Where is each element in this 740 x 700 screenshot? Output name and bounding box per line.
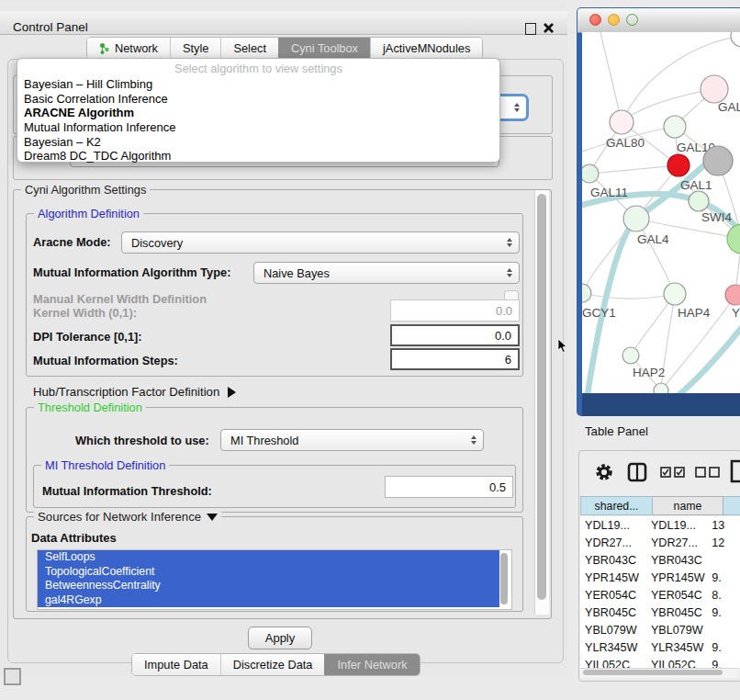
attribute-item-selected[interactable]: SelfLoops xyxy=(38,550,499,565)
table-cell[interactable]: YLR345W xyxy=(645,638,707,656)
which-threshold-combobox[interactable]: MI Threshold xyxy=(220,429,484,451)
close-icon[interactable] xyxy=(543,22,555,34)
network-node[interactable] xyxy=(703,146,733,175)
table-row[interactable]: YLR345WYLR345W9. xyxy=(580,638,740,656)
hub-definition-toggle[interactable]: Hub/Transcription Factor Definition xyxy=(33,385,236,399)
network-edge[interactable] xyxy=(600,32,622,122)
column-header-shared[interactable]: shared... xyxy=(580,496,653,515)
list-scrollbar-thumb[interactable] xyxy=(500,553,508,604)
network-node[interactable] xyxy=(727,224,740,254)
maximize-traffic-light[interactable] xyxy=(626,14,638,26)
table-cell[interactable]: YPR145W xyxy=(645,569,707,586)
table-cell[interactable]: YDL19... xyxy=(645,516,707,534)
tab-network[interactable]: Network xyxy=(87,38,170,59)
attribute-item-selected[interactable]: TopologicalCoefficient xyxy=(38,565,499,580)
table-cell[interactable]: 9. xyxy=(707,604,740,621)
table-cell[interactable]: YPR145W xyxy=(580,569,645,586)
table-cell[interactable]: 8. xyxy=(707,586,740,604)
network-edge[interactable] xyxy=(622,89,714,122)
table-cell[interactable]: 9. xyxy=(707,638,740,656)
column-header-cut[interactable] xyxy=(723,496,740,515)
checked-checkboxes-icon[interactable] xyxy=(660,467,686,478)
table-cell[interactable]: YDR27... xyxy=(645,534,707,551)
algorithm-option-selected[interactable]: ARACNE Algorithm xyxy=(17,106,499,120)
dpi-tolerance-field[interactable]: 0.0 xyxy=(390,324,520,346)
table-row[interactable]: YER054CYER054C8. xyxy=(580,586,740,604)
network-node-gal11[interactable] xyxy=(582,164,599,183)
table-cell[interactable]: 9. xyxy=(707,569,740,586)
table-cell[interactable]: YBR043C xyxy=(580,551,645,569)
document-icon[interactable] xyxy=(729,458,740,484)
network-node-gal4[interactable] xyxy=(623,206,649,231)
table-cell[interactable]: 12 xyxy=(707,534,740,551)
algorithm-option[interactable]: Mutual Information Inference xyxy=(17,120,499,135)
aracne-mode-combobox[interactable]: Discovery xyxy=(121,231,520,254)
tab-cyni-toolbox[interactable]: Cyni Toolbox xyxy=(278,38,370,59)
table-row[interactable]: YPR145WYPR145W9. xyxy=(580,569,740,586)
table-cell[interactable]: 13 xyxy=(707,516,740,534)
table-cell[interactable]: YIL052C xyxy=(645,656,707,668)
table-cell[interactable]: YBL079W xyxy=(580,621,645,638)
network-node[interactable] xyxy=(654,383,668,393)
tab-discretize-data[interactable]: Discretize Data xyxy=(220,654,325,675)
network-window-titlebar[interactable] xyxy=(577,8,740,33)
network-node-gal[interactable] xyxy=(701,75,728,103)
network-node-gcy1[interactable] xyxy=(582,284,591,302)
float-window-icon[interactable] xyxy=(525,23,536,35)
data-attributes-list[interactable]: SelfLoops TopologicalCoefficient Between… xyxy=(37,549,512,610)
network-node[interactable] xyxy=(731,32,740,47)
table-cell[interactable] xyxy=(707,621,740,638)
apply-button[interactable]: Apply xyxy=(248,627,312,649)
network-node-gal1[interactable] xyxy=(667,154,690,176)
tab-style[interactable]: Style xyxy=(170,38,220,59)
collapsed-panel-button[interactable] xyxy=(4,668,21,685)
table-cell[interactable]: YBR045C xyxy=(645,604,707,621)
gear-icon[interactable] xyxy=(594,462,614,482)
network-edge[interactable] xyxy=(582,293,675,299)
table-cell[interactable]: YBL079W xyxy=(645,621,707,638)
algorithm-option[interactable]: Basic Correlation Inference xyxy=(17,92,499,107)
table-cell[interactable]: YLR345W xyxy=(580,638,645,656)
mi-algorithm-type-combobox[interactable]: Naive Bayes xyxy=(253,262,520,284)
network-edge[interactable] xyxy=(589,165,678,174)
column-header-name[interactable]: name xyxy=(653,496,723,515)
minimize-traffic-light[interactable] xyxy=(608,14,620,26)
algorithm-option[interactable]: Dream8 DC_TDC Algorithm xyxy=(17,149,499,164)
table-cell[interactable]: 9. xyxy=(707,656,740,668)
kernel-width-field[interactable]: 0.0 xyxy=(390,299,520,322)
table-hscrollbar-thumb[interactable] xyxy=(583,670,723,675)
collapse-down-icon[interactable] xyxy=(207,514,218,521)
table-row[interactable]: YBR045CYBR045C9. xyxy=(580,604,740,621)
attribute-item-selected[interactable]: gal4RGexp xyxy=(38,593,499,608)
columns-icon[interactable] xyxy=(627,462,647,482)
network-node-hap2[interactable] xyxy=(622,347,639,364)
mi-threshold-field[interactable]: 0.5 xyxy=(385,476,513,498)
table-cell[interactable]: YER054C xyxy=(645,586,707,604)
table-cell[interactable]: YIL052C xyxy=(580,656,645,668)
tab-infer-network[interactable]: Infer Network xyxy=(324,654,419,675)
network-node-gal80[interactable] xyxy=(610,110,633,134)
mi-steps-field[interactable]: 6 xyxy=(390,348,520,370)
unchecked-checkboxes-icon[interactable] xyxy=(695,467,721,478)
network-node-hap4[interactable] xyxy=(664,283,686,305)
tab-select[interactable]: Select xyxy=(220,38,278,59)
table-row[interactable]: YBL079WYBL079W xyxy=(580,621,740,638)
settings-scrollbar-thumb[interactable] xyxy=(537,194,546,600)
tab-impute-data[interactable]: Impute Data xyxy=(132,654,220,675)
algorithm-option[interactable]: Bayesian – K2 xyxy=(17,135,499,150)
network-node-gal10[interactable] xyxy=(664,116,686,138)
attribute-item-selected[interactable]: BetweennessCentrality xyxy=(38,579,499,593)
network-node-swi4[interactable] xyxy=(689,191,709,211)
table-cell[interactable]: YDL19... xyxy=(580,516,645,534)
network-canvas[interactable]: GALGAL80GAL10GAL1GAL11SWI4GAL4GCY1HAP4YH… xyxy=(582,32,740,393)
table-row[interactable]: YDR27...YDR27...12 xyxy=(580,534,740,551)
table-cell[interactable]: YDR27... xyxy=(580,534,645,551)
table-row[interactable]: YIL052CYIL052C9. xyxy=(580,656,740,668)
table-row[interactable]: YBR043CYBR043C xyxy=(580,551,740,569)
table-row[interactable]: YDL19...YDL19...13 xyxy=(580,516,740,534)
network-node-y[interactable] xyxy=(725,285,740,305)
algorithm-option[interactable]: Bayesian – Hill Climbing xyxy=(17,77,499,92)
close-traffic-light[interactable] xyxy=(589,14,601,26)
table-cell[interactable] xyxy=(707,551,740,569)
table-cell[interactable]: YER054C xyxy=(580,586,645,604)
